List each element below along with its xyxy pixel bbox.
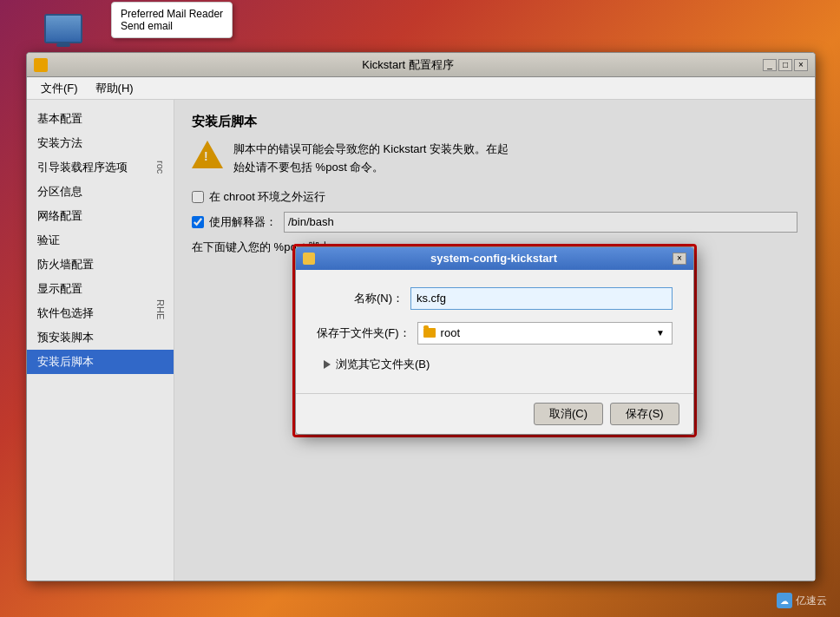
dialog-app-icon [303,253,315,265]
sidebar-item-firewall[interactable]: 防火墙配置 [27,253,174,277]
dialog-title-bar: system-config-kickstart × [296,247,693,270]
sidebar-item-auth[interactable]: 验证 [27,228,174,253]
left-label-rhe: RHE [155,299,166,319]
sidebar-item-basic-config[interactable]: 基本配置 [27,107,174,131]
cancel-button[interactable]: 取消(C) [534,403,603,425]
dialog-folder-select[interactable]: root ▼ [417,322,673,345]
sidebar-item-pre-script[interactable]: 预安装脚本 [27,325,174,350]
sidebar-item-network[interactable]: 网络配置 [27,204,174,228]
folder-select-arrow-icon: ▼ [654,327,666,339]
maximize-button[interactable]: □ [778,59,792,71]
watermark-text: 亿速云 [796,594,827,608]
expand-triangle-icon [324,360,331,369]
dialog-wrapper: system-config-kickstart × 名称(N)： [292,244,697,437]
browse-row[interactable]: 浏览其它文件夹(B) [317,357,673,372]
menu-help[interactable]: 帮助(H) [89,79,141,98]
left-label-roc: roc [155,161,166,174]
menu-file[interactable]: 文件(F) [34,79,85,98]
dialog-folder-label: 保存于文件夹(F)： [317,325,410,341]
tooltip-line2: Send email [121,20,223,32]
browse-label: 浏览其它文件夹(B) [336,357,430,372]
desktop-icon[interactable] [39,7,88,50]
tooltip-line1: Preferred Mail Reader [121,8,223,20]
folder-select-value: root [441,326,649,339]
dialog-overlay: system-config-kickstart × 名称(N)： [174,100,815,581]
content-area: 基本配置 安装方法 引导装载程序选项 分区信息 网络配置 验证 防火墙配置 显示… [27,100,815,581]
dialog-body: 名称(N)： 保存于文件夹(F)： root ▼ [296,270,693,393]
monitor-icon [44,14,82,43]
sidebar: 基本配置 安装方法 引导装载程序选项 分区信息 网络配置 验证 防火墙配置 显示… [27,100,174,581]
close-button[interactable]: × [794,59,808,71]
dialog-name-input[interactable] [410,287,673,310]
main-window: Kickstart 配置程序 _ □ × 文件(F) 帮助(H) 基本配置 安装… [26,52,816,581]
title-bar: Kickstart 配置程序 _ □ × [27,53,815,77]
dialog-name-row: 名称(N)： [317,287,673,310]
dialog-title: system-config-kickstart [315,252,673,265]
app-icon [34,58,48,72]
save-button[interactable]: 保存(S) [610,403,679,425]
dialog-name-label: 名称(N)： [317,291,404,306]
save-dialog: system-config-kickstart × 名称(N)： [295,246,694,435]
window-controls: _ □ × [763,59,808,71]
dialog-folder-row: 保存于文件夹(F)： root ▼ [317,322,673,345]
tooltip-bubble: Preferred Mail Reader Send email [111,2,233,38]
sidebar-item-partition[interactable]: 分区信息 [27,180,174,204]
sidebar-item-bootloader[interactable]: 引导装载程序选项 [27,155,174,180]
sidebar-item-display[interactable]: 显示配置 [27,277,174,301]
watermark-icon: ☁ [777,593,792,608]
dialog-footer: 取消(C) 保存(S) [296,393,693,434]
window-title: Kickstart 配置程序 [53,57,763,73]
menu-bar: 文件(F) 帮助(H) [27,77,815,100]
folder-icon [423,328,436,338]
dialog-close-button[interactable]: × [673,253,686,265]
main-content: roc RHE 安装后脚本 ! 脚本中的错误可能会导致您的 Kickstart … [174,100,815,581]
sidebar-item-packages[interactable]: 软件包选择 [27,301,174,325]
watermark: ☁ 亿速云 [777,593,827,608]
sidebar-item-post-script[interactable]: 安装后脚本 [27,350,174,374]
minimize-button[interactable]: _ [763,59,777,71]
sidebar-item-install-method[interactable]: 安装方法 [27,131,174,155]
